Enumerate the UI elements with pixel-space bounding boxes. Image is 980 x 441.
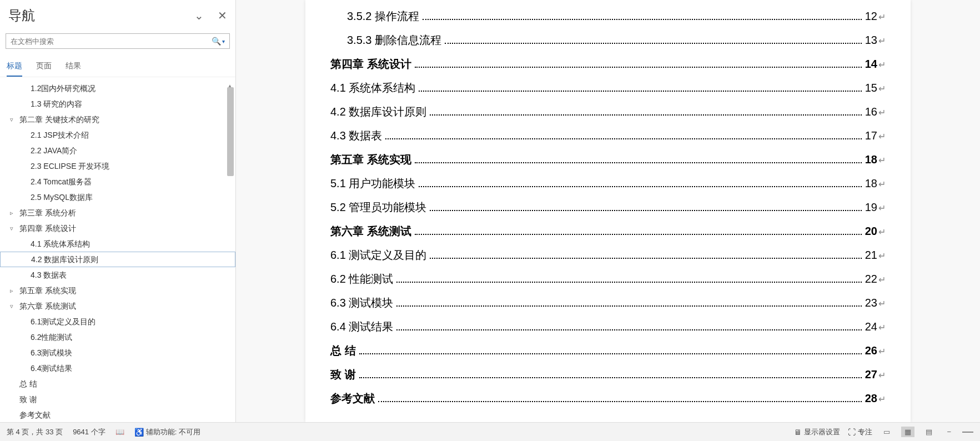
nav-tree-item[interactable]: ▹第三章 系统分析: [0, 205, 235, 220]
navigation-panel: 导航 ⌄ ✕ 🔍▾ 标题 页面 结果 1.2国内外研究概况1.3 研究的内容▿第…: [0, 0, 236, 422]
toc-entry[interactable]: 6.4 测试结果24↵: [330, 319, 886, 334]
paragraph-mark-icon: ↵: [878, 322, 886, 333]
nav-tree-label: 第四章 系统设计: [19, 224, 76, 233]
document-area: 3.5.2 操作流程12↵3.5.3 删除信息流程13↵第四章 系统设计14↵4…: [236, 0, 980, 422]
toc-entry[interactable]: 6.1 测试定义及目的21↵: [330, 248, 886, 263]
focus-mode-button[interactable]: ⛶ 专注: [848, 427, 872, 437]
toc-page-number: 26: [865, 344, 877, 357]
collapse-icon[interactable]: ⌄: [194, 9, 204, 22]
toc-leader: [359, 377, 862, 378]
tab-results[interactable]: 结果: [66, 58, 81, 77]
print-layout-button[interactable]: ▦: [901, 427, 914, 437]
nav-tree-item[interactable]: ▿第六章 系统测试: [0, 298, 235, 314]
tree-expand-icon[interactable]: ▿: [10, 223, 13, 234]
toc-entry[interactable]: 4.1 系统体系结构15↵: [330, 81, 886, 96]
nav-tree-item[interactable]: 4.1 系统体系结构: [0, 236, 235, 252]
nav-tree-item[interactable]: 2.1 JSP技术介绍: [0, 127, 235, 143]
tree-expand-icon[interactable]: ▿: [10, 114, 13, 125]
nav-tree-label: 第五章 系统实现: [19, 286, 76, 295]
zoom-out-button[interactable]: −: [943, 427, 954, 437]
nav-tree-item[interactable]: ▹第五章 系统实现: [0, 283, 235, 298]
nav-tree-label: 总 结: [19, 379, 37, 388]
nav-tree-item[interactable]: 6.4测试结果: [0, 360, 235, 376]
spellcheck-icon[interactable]: 📖: [115, 428, 124, 436]
tab-headings[interactable]: 标题: [7, 58, 22, 77]
paragraph-mark-icon: ↵: [878, 59, 886, 70]
scroll-up-icon[interactable]: [228, 79, 232, 84]
toc-text: 总 结: [330, 343, 356, 358]
toc-entry[interactable]: 总 结26↵: [330, 343, 886, 358]
nav-tree-item[interactable]: ▿第二章 关键技术的研究: [0, 112, 235, 127]
toc-entry[interactable]: 致 谢27↵: [330, 367, 886, 382]
nav-tree-item[interactable]: 2.3 ECLIPSE 开发环境: [0, 158, 235, 174]
toc-leader: [419, 186, 861, 187]
toc-page-number: 20: [865, 225, 877, 238]
toc-leader: [430, 114, 861, 116]
toc-entry[interactable]: 参考文献28↵: [330, 391, 886, 406]
web-layout-button[interactable]: ▤: [922, 427, 936, 437]
toc-text: 6.1 测试定义及目的: [330, 248, 426, 263]
toc-text: 4.2 数据库设计原则: [330, 104, 426, 119]
toc-entry[interactable]: 6.3 测试模块23↵: [330, 295, 886, 310]
nav-tree-item[interactable]: 参考文献: [0, 407, 235, 422]
paragraph-mark-icon: ↵: [878, 274, 886, 285]
toc-entry[interactable]: 3.5.3 删除信息流程13↵: [330, 33, 886, 48]
nav-tree-item[interactable]: 4.2 数据库设计原则: [0, 252, 235, 267]
toc-text: 第六章 系统测试: [330, 224, 411, 239]
toc-entry[interactable]: 4.2 数据库设计原则16↵: [330, 104, 886, 119]
nav-tree-item[interactable]: 1.3 研究的内容: [0, 96, 235, 112]
nav-tree-item[interactable]: 6.3测试模块: [0, 345, 235, 360]
toc-page-number: 21: [865, 249, 877, 262]
tree-expand-icon[interactable]: ▿: [10, 300, 13, 312]
nav-tree-item[interactable]: 2.5 MySQL数据库: [0, 189, 235, 205]
toc-leader: [419, 91, 861, 92]
toc-entry[interactable]: 6.2 性能测试22↵: [330, 272, 886, 287]
nav-tree-label: 4.1 系统体系结构: [31, 239, 90, 248]
tab-pages[interactable]: 页面: [36, 58, 52, 77]
toc-entry[interactable]: 5.1 用户功能模块18↵: [330, 176, 886, 191]
toc-text: 5.1 用户功能模块: [330, 176, 415, 191]
scrollbar-thumb[interactable]: [227, 87, 234, 176]
read-mode-button[interactable]: ▭: [880, 427, 893, 437]
nav-tree-item[interactable]: 总 结: [0, 376, 235, 392]
toc-page-number: 18: [865, 153, 877, 166]
nav-tree-item[interactable]: 致 谢: [0, 392, 235, 407]
nav-tree-item[interactable]: 4.3 数据表: [0, 267, 235, 283]
paragraph-mark-icon: ↵: [878, 107, 886, 118]
search-box[interactable]: 🔍▾: [6, 33, 230, 49]
paragraph-mark-icon: ↵: [878, 179, 886, 189]
toc-text: 第四章 系统设计: [330, 57, 411, 72]
nav-tree-item[interactable]: 6.1测试定义及目的: [0, 314, 235, 329]
page-indicator[interactable]: 第 4 页，共 33 页: [7, 427, 63, 437]
display-settings-button[interactable]: 🖥 显示器设置: [794, 427, 840, 437]
accessibility-status[interactable]: ♿ 辅助功能: 不可用: [134, 427, 200, 437]
nav-tree-item[interactable]: 2.4 Tomcat服务器: [0, 174, 235, 189]
toc-leader: [415, 67, 862, 68]
tree-expand-icon[interactable]: ▹: [10, 207, 13, 218]
paragraph-mark-icon: ↵: [878, 227, 886, 237]
nav-tree-item[interactable]: 6.2性能测试: [0, 329, 235, 345]
toc-entry[interactable]: 第四章 系统设计14↵: [330, 57, 886, 72]
nav-tree-label: 第三章 系统分析: [19, 208, 76, 217]
nav-tree: 1.2国内外研究概况1.3 研究的内容▿第二章 关键技术的研究2.1 JSP技术…: [0, 77, 235, 422]
toc-entry[interactable]: 3.5.2 操作流程12↵: [330, 9, 886, 24]
toc-page-number: 16: [865, 106, 877, 118]
toc-entry[interactable]: 第六章 系统测试20↵: [330, 224, 886, 239]
paragraph-mark-icon: ↵: [878, 36, 886, 46]
search-dropdown-button[interactable]: 🔍▾: [207, 37, 229, 46]
nav-tree-item[interactable]: 2.2 JAVA简介: [0, 143, 235, 158]
close-icon[interactable]: ✕: [218, 9, 227, 22]
toc-entry[interactable]: 4.3 数据表17↵: [330, 128, 886, 143]
paragraph-mark-icon: ↵: [878, 250, 886, 261]
search-input[interactable]: [6, 35, 207, 48]
toc-text: 6.3 测试模块: [330, 295, 393, 310]
toc-leader: [415, 162, 862, 163]
nav-tree-item[interactable]: 1.2国内外研究概况: [0, 81, 235, 96]
tree-expand-icon[interactable]: ▹: [10, 285, 13, 296]
paragraph-mark-icon: ↵: [878, 83, 886, 94]
word-count[interactable]: 9641 个字: [73, 427, 105, 437]
toc-entry[interactable]: 5.2 管理员功能模块19↵: [330, 200, 886, 215]
nav-tree-item[interactable]: ▿第四章 系统设计: [0, 220, 235, 236]
toc-entry[interactable]: 第五章 系统实现18↵: [330, 152, 886, 167]
zoom-slider[interactable]: [962, 432, 973, 433]
